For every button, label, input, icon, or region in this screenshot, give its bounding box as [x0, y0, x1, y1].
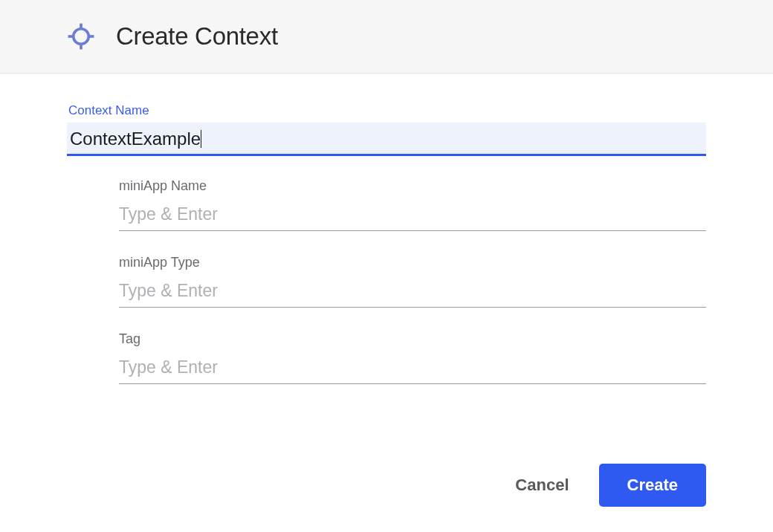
miniapp-type-input[interactable] [119, 278, 706, 308]
svg-point-0 [74, 29, 89, 45]
tag-input[interactable] [119, 354, 706, 384]
context-name-input-wrapper[interactable]: ContextExample [67, 123, 706, 156]
create-context-dialog: Create Context Context Name ContextExamp… [0, 0, 773, 532]
miniapp-name-field: miniApp Name [119, 178, 706, 231]
miniapp-name-label: miniApp Name [119, 178, 706, 194]
dialog-body: Context Name ContextExample miniApp Name… [0, 74, 773, 449]
cancel-button[interactable]: Cancel [508, 470, 576, 501]
context-name-field: Context Name ContextExample [67, 103, 706, 156]
sub-fields-group: miniApp Name miniApp Type Tag [67, 178, 706, 384]
create-button[interactable]: Create [599, 464, 706, 507]
miniapp-name-input[interactable] [119, 201, 706, 231]
miniapp-type-field: miniApp Type [119, 255, 706, 308]
context-name-label: Context Name [67, 103, 706, 118]
dialog-footer: Cancel Create [0, 449, 773, 532]
miniapp-type-label: miniApp Type [119, 255, 706, 270]
tag-field: Tag [119, 331, 706, 384]
dialog-header: Create Context [0, 0, 773, 74]
dialog-title: Create Context [116, 22, 278, 51]
tag-label: Tag [119, 331, 706, 347]
context-name-input[interactable]: ContextExample [70, 129, 201, 149]
target-icon [67, 22, 95, 51]
